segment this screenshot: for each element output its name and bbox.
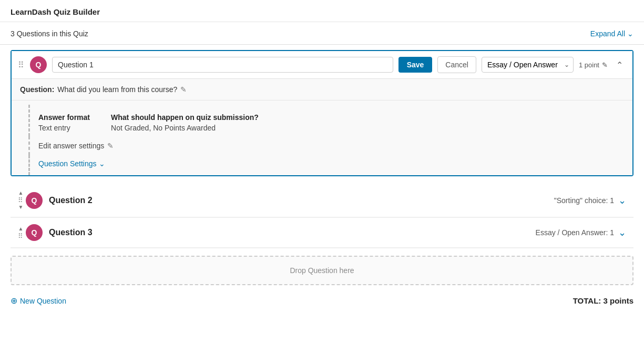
points-label: 1 point ✎ (579, 61, 608, 69)
main-content: ⠿ Q Save Cancel Essay / Open Answer Mult… (0, 45, 644, 318)
question-3-row: ▲ ⠿ Q Question 3 Essay / Open Answer: 1 … (11, 218, 633, 248)
question-3-meta: Essay / Open Answer: 1 (536, 228, 614, 237)
save-button[interactable]: Save (398, 57, 433, 73)
submission-value: Not Graded, No Points Awarded (111, 124, 259, 132)
expand-all-button[interactable]: Expand All ⌄ (590, 29, 633, 38)
new-question-button[interactable]: ⊕ New Question (11, 296, 66, 306)
q2-arrow-down[interactable]: ▼ (18, 204, 24, 210)
edit-answer-row: Edit answer settings ✎ (28, 136, 616, 155)
question-1-title-input[interactable] (52, 57, 393, 73)
question-settings-button[interactable]: Question Settings ⌄ (38, 159, 105, 168)
expand-q3-button[interactable]: ⌄ (618, 227, 626, 238)
app-header: LearnDash Quiz Builder (0, 0, 644, 22)
plus-circle-icon: ⊕ (11, 296, 17, 306)
question-type-select-wrapper: Essay / Open Answer Multiple Choice Sing… (482, 57, 574, 73)
question-label: Question: (20, 85, 54, 94)
drag-handle-q3[interactable]: ⠿ (18, 232, 24, 240)
total-points-label: TOTAL: 3 points (573, 296, 633, 305)
q2-avatar: Q (26, 192, 43, 209)
expand-q2-button[interactable]: ⌄ (618, 195, 626, 206)
app-title: LearnDash Quiz Builder (11, 7, 100, 16)
chevron-down-icon: ⌄ (627, 29, 633, 38)
q2-arrow-up[interactable]: ▲ (18, 190, 24, 196)
question-2-meta: "Sorting" choice: 1 (554, 196, 614, 205)
drag-handle-q1[interactable]: ⠿ (18, 60, 25, 70)
question-settings-row: Question Settings ⌄ (28, 155, 616, 175)
q3-avatar: Q (26, 224, 43, 241)
question-1-body: Question: What did you learn from this c… (12, 78, 632, 175)
question-3-title: Question 3 (49, 228, 536, 237)
question-1-header: ⠿ Q Save Cancel Essay / Open Answer Mult… (12, 51, 632, 78)
question-1-card: ⠿ Q Save Cancel Essay / Open Answer Mult… (11, 50, 633, 176)
quiz-count: 3 Questions in this Quiz (11, 29, 88, 38)
question-text-row: Question: What did you learn from this c… (12, 79, 632, 100)
edit-points-icon[interactable]: ✎ (602, 61, 608, 69)
footer-row: ⊕ New Question TOTAL: 3 points (11, 294, 633, 308)
question-type-select[interactable]: Essay / Open Answer Multiple Choice Sing… (482, 57, 574, 73)
drop-zone[interactable]: Drop Question here (11, 256, 633, 285)
edit-answer-icon[interactable]: ✎ (107, 142, 114, 150)
answer-format-title: Answer format (38, 113, 90, 122)
submission-title: What should happen on quiz submission? (111, 113, 259, 122)
chevron-down-settings-icon: ⌄ (99, 159, 105, 168)
q2-expand-controls: ▲ ⠿ ▼ (18, 190, 24, 210)
question-2-row: ▲ ⠿ ▼ Q Question 2 "Sorting" choice: 1 ⌄ (11, 184, 633, 217)
submission-col: What should happen on quiz submission? N… (111, 113, 259, 132)
cancel-button[interactable]: Cancel (437, 56, 476, 73)
question-2-card: ▲ ⠿ ▼ Q Question 2 "Sorting" choice: 1 ⌄ (11, 184, 633, 218)
q1-avatar: Q (30, 56, 47, 73)
answer-format-value: Text entry (38, 124, 90, 132)
edit-question-text-icon[interactable]: ✎ (180, 85, 187, 94)
answer-format-col: Answer format Text entry (38, 113, 90, 132)
question-2-title: Question 2 (49, 196, 554, 205)
question-text-value: What did you learn from this course? (57, 85, 177, 94)
question-3-card: ▲ ⠿ Q Question 3 Essay / Open Answer: 1 … (11, 218, 633, 248)
answer-format-section: Answer format Text entry What should hap… (28, 105, 616, 136)
collapse-q1-button[interactable]: ⌃ (613, 59, 626, 71)
edit-answer-settings-link[interactable]: Edit answer settings (38, 142, 104, 150)
q3-expand-controls: ▲ ⠿ (18, 226, 24, 240)
drag-handle-q2[interactable]: ⠿ (18, 196, 24, 204)
q3-arrow-up[interactable]: ▲ (18, 226, 24, 232)
quiz-header: 3 Questions in this Quiz Expand All ⌄ (0, 22, 644, 45)
